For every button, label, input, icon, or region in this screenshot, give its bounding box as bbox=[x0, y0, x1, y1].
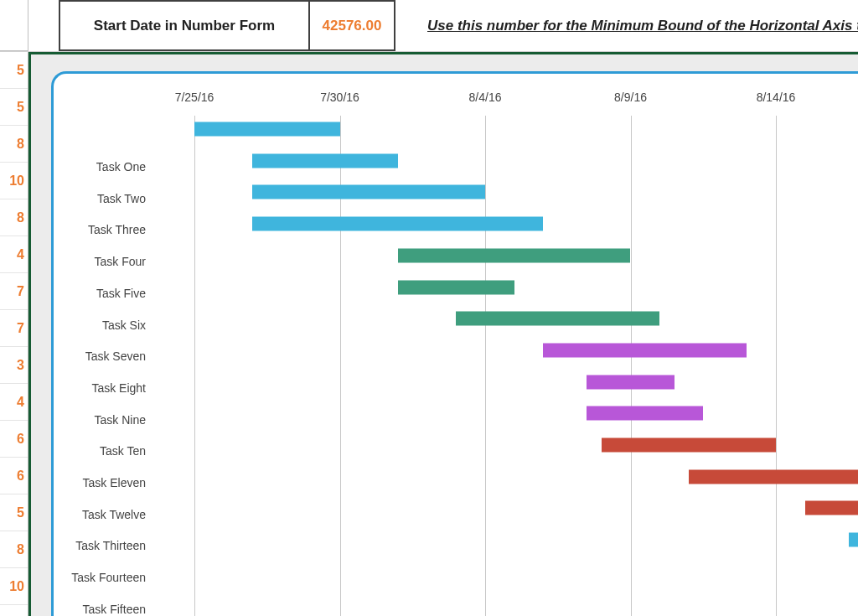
y-axis-labels: Task OneTask TwoTask ThreeTask FourTask … bbox=[60, 123, 152, 616]
left-number-cell[interactable]: 3 bbox=[0, 347, 28, 384]
task-label: Task Thirteen bbox=[75, 539, 146, 552]
task-label: Task Four bbox=[95, 255, 146, 268]
task-label: Task Eleven bbox=[83, 476, 146, 489]
left-number-cell[interactable]: 5 bbox=[0, 52, 28, 89]
gridline bbox=[485, 116, 486, 616]
left-number-cell[interactable]: 7 bbox=[0, 273, 28, 310]
left-number-cell[interactable]: 4 bbox=[0, 384, 28, 421]
gantt-bar[interactable] bbox=[194, 122, 340, 137]
left-number-cell[interactable]: 5 bbox=[0, 89, 28, 126]
gantt-bar[interactable] bbox=[587, 406, 703, 421]
task-label: Task Fourteen bbox=[71, 571, 146, 584]
left-number-strip: 55810847734665810 bbox=[0, 52, 28, 616]
x-tick-label: 8/4/16 bbox=[469, 91, 502, 104]
gantt-bar[interactable] bbox=[456, 312, 659, 326]
task-label: Task Fifteen bbox=[83, 603, 146, 616]
task-label: Task Five bbox=[96, 287, 146, 300]
x-tick-label: 7/25/16 bbox=[175, 91, 214, 104]
left-number-cell[interactable]: 10 bbox=[0, 163, 28, 199]
left-number-cell[interactable]: 8 bbox=[0, 531, 28, 568]
start-date-label-cell: Start Date in Number Form bbox=[59, 0, 310, 51]
axis-hint-cell: Use this number for the Minimum Bound of… bbox=[395, 0, 858, 51]
chart-inner[interactable]: Task OneTask TwoTask ThreeTask FourTask … bbox=[51, 71, 858, 616]
chart-container: Task OneTask TwoTask ThreeTask FourTask … bbox=[28, 52, 858, 616]
task-label: Task Six bbox=[102, 318, 146, 332]
task-label: Task One bbox=[96, 160, 146, 173]
task-label: Task Three bbox=[88, 223, 146, 236]
task-label: Task Twelve bbox=[82, 508, 146, 521]
task-label: Task Seven bbox=[85, 349, 146, 363]
start-date-value-cell[interactable]: 42576.00 bbox=[310, 0, 395, 51]
gantt-bar[interactable] bbox=[543, 343, 747, 357]
start-date-label: Start Date in Number Form bbox=[94, 18, 275, 34]
task-label: Task Ten bbox=[100, 444, 146, 458]
task-label: Task Eight bbox=[91, 381, 146, 395]
gantt-bar[interactable] bbox=[689, 469, 858, 484]
header-row: Start Date in Number Form 42576.00 Use t… bbox=[0, 0, 858, 52]
gridline bbox=[776, 116, 777, 616]
left-number-cell[interactable]: 5 bbox=[0, 494, 28, 531]
task-label: Task Two bbox=[97, 192, 146, 205]
x-tick-label: 8/14/16 bbox=[757, 91, 796, 104]
left-number-cell[interactable]: 6 bbox=[0, 458, 28, 494]
axis-hint-text: Use this number for the Minimum Bound of… bbox=[427, 18, 858, 34]
plot-area: Task OneTask TwoTask ThreeTask FourTask … bbox=[60, 85, 858, 616]
left-number-cell[interactable]: 4 bbox=[0, 236, 28, 273]
gantt-bar[interactable] bbox=[398, 280, 514, 294]
gantt-bar[interactable] bbox=[602, 438, 776, 453]
gantt-bar[interactable] bbox=[398, 248, 631, 262]
gantt-bar[interactable] bbox=[252, 185, 485, 199]
x-tick-label: 7/30/16 bbox=[320, 91, 359, 104]
gantt-bar[interactable] bbox=[252, 217, 543, 231]
left-number-cell[interactable]: 8 bbox=[0, 126, 28, 163]
x-tick-label: 8/9/16 bbox=[614, 91, 647, 104]
gantt-bar[interactable] bbox=[849, 533, 858, 547]
gantt-bar[interactable] bbox=[587, 375, 674, 389]
left-number-cell[interactable]: 10 bbox=[0, 568, 28, 605]
start-date-value: 42576.00 bbox=[323, 18, 382, 34]
gantt-bar[interactable] bbox=[252, 153, 398, 168]
gantt-bar[interactable] bbox=[805, 501, 858, 515]
task-label: Task Nine bbox=[95, 413, 146, 427]
gridline bbox=[194, 116, 195, 616]
left-number-cell[interactable]: 6 bbox=[0, 421, 28, 458]
left-number-cell[interactable]: 8 bbox=[0, 199, 28, 236]
gridline bbox=[631, 116, 632, 616]
bars-area: 7/25/167/30/168/4/168/9/168/14/16 bbox=[152, 85, 858, 616]
header-blank-cell bbox=[0, 0, 28, 51]
left-number-cell[interactable]: 7 bbox=[0, 310, 28, 347]
